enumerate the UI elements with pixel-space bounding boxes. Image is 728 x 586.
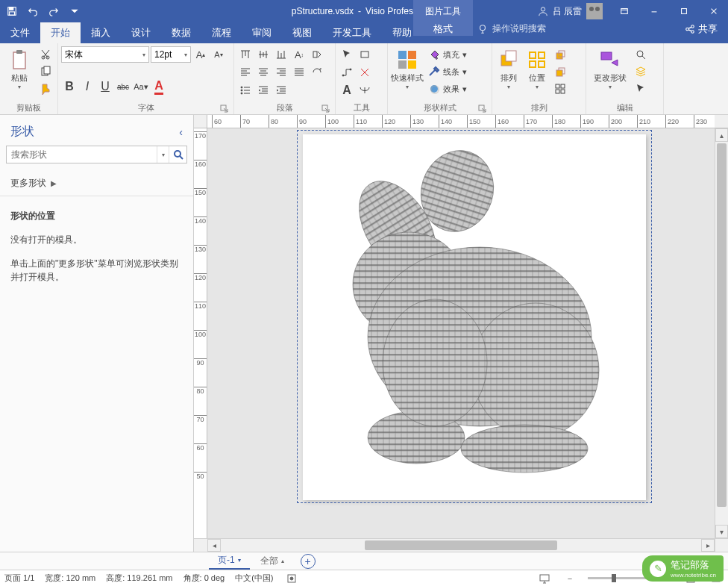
ellipse-tool-button[interactable] — [357, 82, 373, 99]
user-account[interactable]: 吕 辰雷 — [538, 3, 603, 19]
new-page-button[interactable]: + — [301, 554, 316, 569]
tab-home[interactable]: 开始 — [40, 22, 81, 43]
drawing-canvas[interactable] — [207, 128, 715, 538]
change-case-button[interactable]: Aa▾ — [133, 78, 149, 95]
scroll-thumb-v[interactable] — [717, 143, 727, 507]
rectangle-tool-button[interactable] — [357, 46, 373, 63]
tab-review[interactable]: 审阅 — [242, 22, 282, 43]
vertical-ruler[interactable]: 1701601501401301201101009080706050 — [194, 128, 207, 538]
underline-button[interactable]: U — [97, 78, 113, 95]
connector-tool-button[interactable] — [339, 64, 355, 81]
dialog-launcher-icon[interactable] — [220, 105, 229, 113]
increase-indent-button[interactable] — [273, 82, 289, 99]
scroll-left-button[interactable]: ◂ — [207, 539, 221, 552]
bold-button[interactable]: B — [61, 78, 78, 95]
fill-button[interactable]: 填充 ▾ — [425, 46, 470, 63]
more-shapes-menu[interactable]: 更多形状▶ — [0, 171, 193, 196]
align-right-button[interactable] — [273, 64, 289, 81]
status-language[interactable]: 中文(中国) — [235, 573, 273, 584]
page-tab-1[interactable]: 页-1 ▾ — [209, 552, 250, 570]
position-button[interactable]: 位置▾ — [524, 45, 550, 90]
redo-button[interactable] — [45, 2, 63, 20]
font-size-combo[interactable]: 12pt▾ — [151, 46, 191, 63]
zoom-slider[interactable] — [588, 577, 647, 579]
dialog-launcher-icon[interactable] — [478, 105, 487, 113]
strikethrough-button[interactable]: abc — [115, 78, 131, 95]
cut-button[interactable] — [37, 46, 54, 63]
find-button[interactable] — [633, 46, 649, 63]
undo-button[interactable] — [24, 2, 42, 20]
zoom-in-button[interactable]: + — [658, 572, 673, 585]
rotate-text-button[interactable] — [309, 64, 325, 81]
tab-format[interactable]: 格式 — [413, 22, 473, 36]
full-screen-button[interactable] — [709, 572, 724, 585]
group-button[interactable] — [552, 81, 568, 97]
scope-dropdown[interactable]: 全部 ▴ — [253, 553, 292, 569]
font-family-combo[interactable]: 宋体▾ — [61, 46, 149, 63]
bring-forward-button[interactable] — [552, 46, 568, 63]
search-dropdown[interactable]: ▾ — [157, 146, 169, 163]
layers-button[interactable] — [633, 63, 649, 80]
tab-developer[interactable]: 开发工具 — [322, 22, 382, 43]
scroll-down-button[interactable]: ▾ — [715, 525, 728, 538]
delete-connector-button[interactable] — [357, 64, 373, 81]
zoom-handle[interactable] — [612, 574, 616, 582]
tell-me-search[interactable]: 操作说明搜索 — [477, 22, 546, 35]
format-painter-button[interactable] — [37, 81, 54, 97]
tab-process[interactable]: 流程 — [201, 22, 242, 43]
tab-file[interactable]: 文件 — [0, 22, 40, 43]
save-button[interactable] — [3, 2, 21, 20]
tab-insert[interactable]: 插入 — [81, 22, 121, 43]
share-button[interactable]: 共享 — [685, 22, 718, 36]
bullets-button[interactable] — [237, 82, 254, 99]
font-color-button[interactable]: A — [151, 78, 167, 95]
text-direction-button[interactable]: A↕ — [291, 46, 307, 63]
tab-data[interactable]: 数据 — [161, 22, 201, 43]
increase-font-button[interactable]: A▴ — [192, 46, 209, 63]
change-shape-button[interactable]: 更改形状▾ — [589, 45, 631, 90]
send-backward-button[interactable] — [552, 63, 568, 80]
fit-page-button[interactable] — [683, 572, 698, 585]
scroll-thumb-h[interactable] — [365, 540, 557, 550]
orientation-button[interactable] — [309, 46, 325, 63]
decrease-indent-button[interactable] — [255, 82, 272, 99]
text-tool-button[interactable]: A — [339, 82, 355, 99]
maximize-button[interactable] — [670, 0, 698, 22]
align-bottom-button[interactable] — [273, 46, 289, 63]
collapse-pane-button[interactable]: ‹ — [179, 126, 183, 138]
zoom-out-button[interactable]: − — [562, 572, 577, 585]
pointer-tool-button[interactable] — [339, 46, 355, 63]
arrange-button[interactable]: 排列▾ — [495, 45, 522, 90]
align-top-button[interactable] — [237, 46, 254, 63]
tab-design[interactable]: 设计 — [121, 22, 161, 43]
search-button[interactable] — [169, 146, 186, 163]
status-page[interactable]: 页面 1/1 — [4, 573, 34, 584]
horizontal-ruler[interactable]: 6070809010011012013014015016017018019020… — [207, 115, 715, 128]
close-button[interactable] — [700, 0, 728, 22]
horizontal-scrollbar[interactable]: ◂ ▸ — [207, 538, 715, 552]
macro-recording-button[interactable] — [284, 572, 299, 585]
align-center-button[interactable] — [255, 64, 272, 81]
shapes-search-input[interactable] — [7, 146, 157, 163]
presentation-mode-button[interactable] — [537, 572, 552, 585]
qat-dropdown[interactable] — [66, 2, 84, 20]
copy-button[interactable] — [37, 63, 54, 80]
justify-button[interactable] — [291, 64, 307, 81]
decrease-font-button[interactable]: A▾ — [210, 46, 227, 63]
scroll-right-button[interactable]: ▸ — [701, 539, 715, 552]
tab-view[interactable]: 视图 — [282, 22, 322, 43]
paste-button[interactable]: 粘贴 ▾ — [3, 45, 36, 90]
line-button[interactable]: 线条 ▾ — [425, 63, 470, 80]
minimize-button[interactable] — [640, 0, 668, 22]
quick-styles-button[interactable]: 快速样式 ▾ — [391, 45, 424, 90]
voxel-bunny-image[interactable] — [312, 146, 610, 475]
vertical-scrollbar[interactable]: ▴ ▾ — [715, 128, 728, 538]
align-middle-button[interactable] — [255, 46, 272, 63]
scroll-up-button[interactable]: ▴ — [715, 128, 728, 142]
effects-button[interactable]: 效果 ▾ — [425, 81, 470, 97]
select-button[interactable] — [633, 81, 649, 97]
dialog-launcher-icon[interactable] — [321, 105, 330, 113]
italic-button[interactable]: I — [79, 78, 95, 95]
align-left-button[interactable] — [237, 64, 254, 81]
ribbon-display-options[interactable] — [610, 0, 638, 22]
